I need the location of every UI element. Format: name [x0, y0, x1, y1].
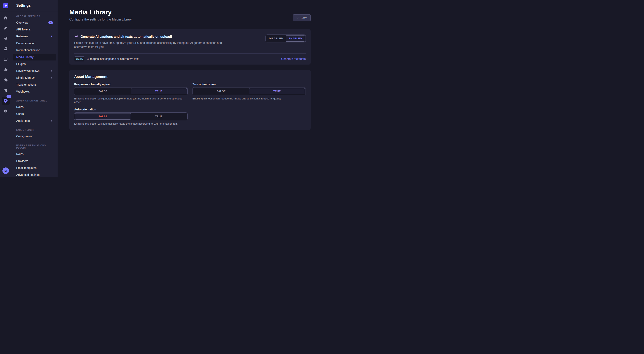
sidebar-item-email-templates[interactable]: Email templates [13, 165, 56, 171]
toggle-option-true[interactable]: TRUE [131, 113, 187, 120]
rail-item-help[interactable] [2, 107, 10, 115]
section-heading: USERS & PERMISSIONS PLUGIN [12, 144, 58, 149]
deploy-icon [4, 36, 8, 41]
page-header: Media Library Configure the settings for… [69, 0, 310, 22]
rail-item-marketplace[interactable] [2, 86, 10, 94]
app-window: 1 M Settings GLOBAL SETTINGSOverview1API… [0, 0, 322, 177]
ai-captions-banner: Generate AI captions and alt texts autom… [69, 29, 310, 65]
page-subtitle: Configure the settings for the Media Lib… [69, 17, 132, 22]
field-hint: Enabling this option will reduce the ima… [192, 97, 306, 100]
field-label: Size optimization [192, 83, 306, 86]
sidebar-item-label: Internationalization [16, 48, 40, 52]
sidebar-item-label: Review Workflows [16, 69, 40, 72]
plugins-icon [4, 68, 8, 72]
lightning-bolt-icon [50, 119, 53, 122]
check-icon [296, 16, 299, 19]
section-heading: GLOBAL SETTINGS [12, 15, 58, 17]
rail-item-media-library[interactable] [2, 45, 10, 53]
save-button[interactable]: Save [293, 14, 310, 21]
sparkles-icon [74, 34, 78, 39]
beta-badge: BETA [74, 56, 85, 61]
sidebar-item-label: Providers [16, 159, 28, 163]
sidebar-item-single-sign-on[interactable]: Single Sign-On [13, 74, 56, 81]
rail-item-settings[interactable]: 1 [2, 97, 10, 105]
sidebar-item-internationalization[interactable]: Internationalization [13, 47, 56, 54]
sidebar-item-label: Audit Logs [16, 119, 30, 122]
sidebar-item-label: Email templates [16, 166, 36, 170]
lightning-bolt-icon [50, 35, 53, 38]
toggle-option-true[interactable]: TRUE [249, 88, 305, 94]
sidebar-item-documentation[interactable]: Documentation [13, 40, 56, 47]
toggle-option-enabled[interactable]: ENABLED [286, 35, 305, 42]
sidebar-item-users[interactable]: Users [13, 110, 56, 117]
sidebar-item-webhooks[interactable]: Webhooks [13, 88, 56, 95]
toggle-size-optimization: FALSETRUE [192, 87, 306, 95]
sidebar-item-review-workflows[interactable]: Review Workflows [13, 67, 56, 74]
rail-item-deploy[interactable] [2, 34, 10, 43]
subnav-header: Settings [12, 0, 58, 11]
rail-item-content-manager[interactable] [2, 55, 10, 63]
missing-captions-status: 4 images lack captions or alternative te… [87, 57, 139, 60]
banner-description: Enable this feature to save time, optimi… [74, 41, 226, 49]
rail-icons: 1 [0, 11, 11, 164]
strapi-logo-wrap[interactable] [0, 0, 11, 11]
field-hint: Enabling this option will automatically … [74, 122, 188, 125]
toggle-option-true[interactable]: TRUE [131, 88, 187, 94]
sidebar-item-advanced-settings[interactable]: Advanced settings [13, 171, 56, 177]
home-icon [4, 16, 8, 20]
content-manager-icon [4, 57, 8, 61]
sidebar-item-providers[interactable]: Providers [13, 158, 56, 165]
subnav-section-administration-panel: ADMINISTRATION PANELRolesUsersAudit Logs [12, 99, 58, 124]
help-icon [4, 109, 8, 113]
sidebar-item-label: Media Library [16, 55, 34, 59]
marketplace-icon [4, 88, 8, 92]
generate-metadata-link[interactable]: Generate metadata [281, 57, 306, 60]
sidebar-item-plugins[interactable]: Plugins [13, 60, 56, 67]
avatar[interactable]: M [2, 168, 9, 174]
toggle-option-disabled[interactable]: DISABLED [266, 35, 286, 42]
section-heading: ADMINISTRATION PANEL [12, 99, 58, 102]
sidebar-item-releases[interactable]: Releases [13, 33, 56, 40]
banner-bottom-row: BETA 4 images lack captions or alternati… [74, 56, 306, 61]
sidebar-item-label: Roles [16, 105, 24, 109]
banner-title-row: Generate AI captions and alt texts autom… [74, 34, 226, 39]
banner-divider [74, 53, 306, 54]
sidebar-item-roles[interactable]: Roles [13, 104, 56, 110]
rail-item-content-type-builder[interactable] [2, 24, 10, 32]
banner-text-block: Generate AI captions and alt texts autom… [74, 34, 226, 49]
rail-item-home[interactable] [2, 14, 10, 22]
content-type-builder-icon [4, 26, 8, 30]
sidebar-item-configuration[interactable]: Configuration [13, 133, 56, 140]
asset-management-panel: Asset Management Responsive friendly upl… [69, 70, 310, 130]
banner-title: Generate AI captions and alt texts autom… [80, 35, 172, 38]
sidebar-item-media-library[interactable]: Media Library [13, 54, 56, 60]
main-content: Media Library Configure the settings for… [58, 0, 322, 177]
settings-subnav: Settings GLOBAL SETTINGSOverview1API Tok… [12, 0, 58, 177]
toggle-auto-orientation: FALSETRUE [74, 112, 188, 120]
sidebar-item-label: Users [16, 112, 24, 116]
media-library-icon [4, 47, 8, 51]
toggle-option-false[interactable]: FALSE [193, 88, 249, 94]
sidebar-item-transfer-tokens[interactable]: Transfer Tokens [13, 81, 56, 88]
sidebar-item-label: Transfer Tokens [16, 83, 36, 86]
field-label: Auto orientation [74, 108, 188, 111]
settings-icon [4, 98, 8, 103]
subnav-section-global-settings: GLOBAL SETTINGSOverview1API TokensReleas… [12, 15, 58, 95]
rail-item-plugins[interactable] [2, 66, 10, 74]
sidebar-item-audit-logs[interactable]: Audit Logs [13, 117, 56, 124]
sidebar-item-label: Documentation [16, 42, 35, 45]
sidebar-item-api-tokens[interactable]: API Tokens [13, 26, 56, 33]
toggle-option-false[interactable]: FALSE [75, 88, 131, 94]
ai-toggle: DISABLEDENABLED [266, 34, 306, 42]
sidebar-item-overview[interactable]: Overview1 [13, 19, 56, 26]
toggle-option-false[interactable]: FALSE [75, 113, 131, 120]
field-responsive-friendly-upload: Responsive friendly uploadFALSETRUEEnabl… [74, 83, 188, 104]
banner-top-row: Generate AI captions and alt texts autom… [74, 34, 306, 49]
rail-item-plugins-alt[interactable] [2, 76, 10, 84]
sidebar-item-label: Configuration [16, 135, 33, 138]
subnav-sections: GLOBAL SETTINGSOverview1API TokensReleas… [12, 15, 58, 177]
lightning-bolt-icon [50, 76, 53, 79]
sidebar-item-roles[interactable]: Roles [13, 151, 56, 158]
toggle-responsive-friendly-upload: FALSETRUE [74, 87, 188, 95]
page-header-text: Media Library Configure the settings for… [69, 8, 132, 22]
